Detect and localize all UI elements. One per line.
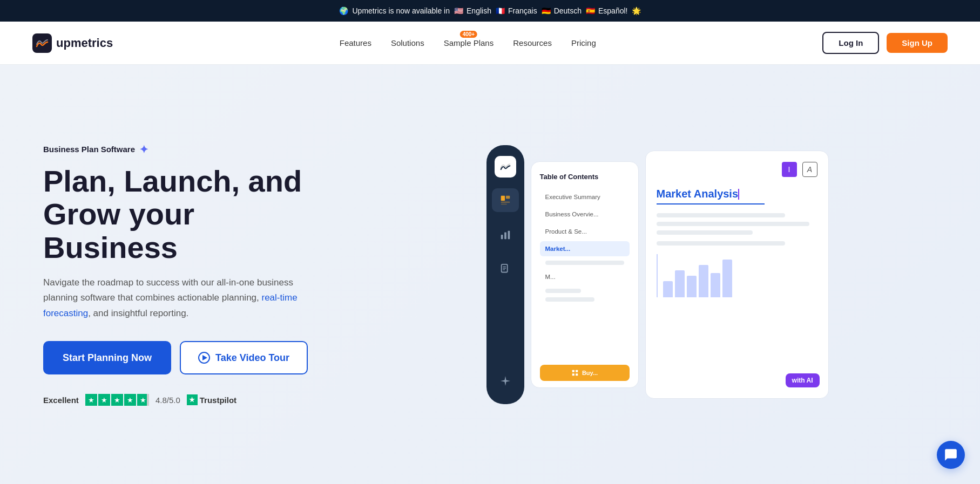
- toolbar-italic-btn[interactable]: A: [802, 162, 817, 177]
- svg-rect-14: [572, 373, 575, 376]
- star-1: ★: [85, 394, 97, 406]
- sample-plans-badge: 400+: [460, 31, 478, 38]
- toc-item-market[interactable]: Market...: [540, 241, 630, 256]
- svg-rect-5: [501, 235, 503, 239]
- rating-score: 4.8/5.0: [156, 396, 180, 405]
- flag-de: 🇩🇪: [542, 6, 551, 15]
- editor-line-1: [657, 213, 785, 217]
- svg-rect-6: [504, 232, 506, 239]
- toc-footer: Buy...: [531, 358, 638, 387]
- chart-bar-1: [663, 281, 673, 297]
- nav-item-pricing[interactable]: Pricing: [571, 38, 596, 48]
- app-logo-icon: [495, 156, 516, 178]
- nav-item-sample-plans[interactable]: 400+ Sample Plans: [444, 38, 494, 48]
- hero-description: Navigate the roadmap to success with our…: [43, 275, 302, 322]
- nav-links: Features Solutions 400+ Sample Plans Res…: [340, 38, 596, 48]
- hero-visual: Table of Contents Executive Summary Busi…: [367, 140, 948, 410]
- nav-item-features[interactable]: Features: [340, 38, 371, 48]
- svg-rect-13: [576, 370, 578, 372]
- editor-line-2: [657, 222, 809, 226]
- sidebar-item-docs[interactable]: [492, 257, 519, 281]
- toc-divider-3: [545, 297, 594, 302]
- svg-rect-4: [501, 203, 506, 204]
- flag-us: 🇺🇸: [454, 6, 463, 15]
- login-button[interactable]: Log In: [822, 32, 879, 54]
- toc-divider-1: [545, 261, 624, 265]
- hero-badge: Business Plan Software ✦: [43, 143, 346, 156]
- hero-content: Business Plan Software ✦ Plan, Launch, a…: [43, 143, 346, 406]
- nav-actions: Log In Sign Up: [822, 32, 948, 54]
- svg-rect-7: [508, 230, 510, 239]
- toc-item-exec-summary[interactable]: Executive Summary: [540, 189, 630, 204]
- chat-icon: [944, 448, 958, 462]
- chat-support-button[interactable]: [937, 441, 965, 469]
- trustpilot-star-icon: ★: [187, 394, 198, 405]
- video-tour-button[interactable]: Take Video Tour: [180, 341, 308, 374]
- toolbar-format-btn[interactable]: I: [782, 162, 797, 177]
- lang-french[interactable]: 🇫🇷 Français: [496, 6, 537, 15]
- ai-badge[interactable]: with AI: [786, 373, 820, 387]
- editor-line-4: [657, 241, 785, 246]
- lang-german[interactable]: 🇩🇪 Deutsch: [542, 6, 582, 15]
- sidebar-item-analytics[interactable]: [492, 223, 519, 247]
- svg-rect-2: [505, 195, 509, 199]
- toc-item-product[interactable]: Product & Se...: [540, 224, 630, 239]
- toc-item-business-overview[interactable]: Business Overvie...: [540, 207, 630, 222]
- star-rating: ★ ★ ★ ★ ★: [85, 394, 149, 406]
- trustpilot-row: Excellent ★ ★ ★ ★ ★ 4.8/5.0 ★ Trustpilot: [43, 394, 346, 406]
- toc-divider-2: [545, 289, 581, 293]
- flag-fr: 🇫🇷: [496, 6, 505, 15]
- rating-label: Excellent: [43, 396, 79, 405]
- chart-bar-2: [675, 270, 685, 297]
- editor-panel: I A Market Analysis with AI: [645, 151, 829, 399]
- real-time-link[interactable]: real-time forecasting: [43, 292, 298, 318]
- brand-name: upmetrics: [56, 36, 113, 50]
- play-circle-icon: [198, 352, 210, 364]
- chart-bar-6: [722, 260, 732, 297]
- sparkle-icon: ✦: [139, 143, 148, 156]
- lang-spanish[interactable]: 🇪🇸 Español!: [586, 6, 627, 15]
- svg-rect-12: [572, 370, 575, 372]
- hero-section: Business Plan Software ✦ Plan, Launch, a…: [0, 65, 980, 484]
- svg-rect-15: [576, 373, 578, 376]
- start-planning-button[interactable]: Start Planning Now: [43, 341, 171, 374]
- chart-bar-4: [699, 265, 708, 297]
- chart-bar-3: [687, 276, 697, 297]
- sun-icon: 🌟: [632, 6, 641, 15]
- toc-title: Table of Contents: [540, 173, 630, 181]
- hero-badge-text: Business Plan Software: [43, 145, 135, 154]
- editor-heading: Market Analysis: [657, 188, 765, 204]
- announcement-bar: 🌍 Upmetrics is now available in 🇺🇸 Engli…: [0, 0, 980, 22]
- lang-english[interactable]: 🇺🇸 English: [454, 6, 491, 15]
- star-5: ★: [137, 394, 149, 406]
- nav-item-resources[interactable]: Resources: [513, 38, 552, 48]
- toc-buy-button[interactable]: Buy...: [540, 365, 630, 381]
- svg-rect-1: [501, 195, 504, 200]
- editor-toolbar: I A: [657, 162, 817, 177]
- sidebar-item-ai[interactable]: [492, 370, 519, 393]
- toc-item-m[interactable]: M...: [540, 269, 630, 284]
- star-2: ★: [98, 394, 110, 406]
- flag-es: 🇪🇸: [586, 6, 595, 15]
- nav-item-solutions[interactable]: Solutions: [391, 38, 424, 48]
- svg-rect-3: [501, 201, 510, 202]
- signup-button[interactable]: Sign Up: [887, 33, 948, 53]
- editor-cursor: [738, 189, 739, 200]
- app-sidebar: [486, 145, 524, 404]
- hero-buttons: Start Planning Now Take Video Tour: [43, 341, 346, 374]
- trustpilot-logo: ★ Trustpilot: [187, 394, 236, 405]
- sidebar-item-plans-active[interactable]: [492, 188, 519, 212]
- play-triangle-icon: [202, 355, 207, 360]
- brand-logo[interactable]: upmetrics: [32, 33, 113, 53]
- main-nav: upmetrics Features Solutions 400+ Sample…: [0, 22, 980, 65]
- announcement-text: Upmetrics is now available in: [353, 6, 450, 15]
- star-4: ★: [124, 394, 136, 406]
- star-3: ★: [111, 394, 123, 406]
- editor-chart: [657, 254, 817, 297]
- chart-bar-5: [711, 273, 720, 297]
- editor-line-3: [657, 230, 753, 235]
- toc-panel: Table of Contents Executive Summary Busi…: [531, 161, 639, 388]
- globe-icon: 🌍: [339, 6, 348, 15]
- hero-title: Plan, Launch, and Grow your Business: [43, 165, 346, 264]
